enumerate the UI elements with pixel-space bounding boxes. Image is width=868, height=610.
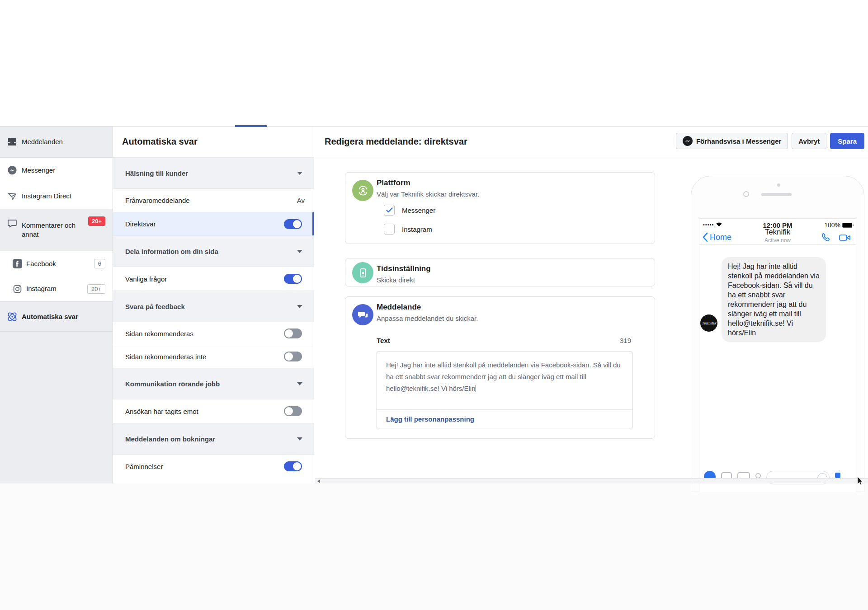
phone-screen: ••••• 12:00 PM 100% Home Teknifik Active…	[699, 218, 856, 492]
character-count: 319	[620, 337, 631, 344]
checkbox-unchecked-icon[interactable]	[384, 224, 395, 235]
row-sidan-rekommenderas-inte[interactable]: Sidan rekommenderas inte	[113, 345, 314, 368]
mouse-cursor	[857, 476, 864, 485]
add-personalization-link[interactable]: Lägg till personanpassning	[377, 410, 632, 428]
platform-card: Plattform Välj var Teknifik skickar dire…	[345, 172, 655, 244]
sidebar-item-label: Automatiska svar	[22, 312, 78, 321]
phone-front-camera	[743, 191, 749, 197]
count-badge: 20+	[87, 284, 105, 294]
sidebar-item-kommentarer[interactable]: Kommentarer och annat 20+	[0, 209, 113, 251]
checkbox-checked-icon[interactable]	[384, 205, 395, 216]
sidebar-item-automatiska-svar[interactable]: Automatiska svar	[0, 301, 113, 332]
sidebar-item-label: Instagram Direct	[22, 192, 71, 201]
chevron-down-icon	[297, 437, 302, 441]
row-kommunikation-jobb[interactable]: Kommunikation rörande jobb	[113, 368, 314, 399]
thumb-up-icon	[835, 473, 840, 478]
phone-call-icon	[820, 232, 830, 243]
page-title: Redigera meddelande: direktsvar	[325, 136, 467, 147]
sidebar-item-label: Instagram	[26, 284, 57, 293]
text-cursor	[476, 385, 476, 392]
panel-header: Automatiska svar	[113, 127, 314, 157]
chevron-down-icon	[297, 382, 302, 385]
row-direktsvar[interactable]: Direktsvar	[113, 212, 314, 235]
instagram-icon	[12, 284, 22, 294]
paminnelser-toggle[interactable]	[284, 461, 302, 471]
preview-in-messenger-button[interactable]: Förhandsvisa i Messenger	[676, 133, 788, 149]
vanliga-fragor-toggle[interactable]	[284, 274, 302, 284]
sidebar-item-instagram[interactable]: Instagram 20+	[0, 276, 113, 301]
sidan-rekommenderas-inte-toggle[interactable]	[284, 352, 302, 361]
browser-tab-indicator	[235, 125, 267, 127]
battery-icon	[842, 223, 852, 228]
row-sidan-rekommenderas[interactable]: Sidan rekommenderas	[113, 322, 314, 345]
row-vanliga-fragor[interactable]: Vanliga frågor	[113, 267, 314, 291]
page-bottom-background	[0, 483, 868, 610]
message-text-box: Hej! Jag har inte alltid stenkoll på med…	[377, 352, 632, 428]
card-subtitle: Välj var Teknifik skickar direktsvar.	[377, 190, 479, 198]
phone-speaker	[761, 193, 792, 196]
chat-bubbles-icon	[352, 304, 373, 325]
row-meddelanden-bokningar[interactable]: Meddelanden om bokningar	[113, 423, 314, 454]
sidebar-item-instagram-direct[interactable]: Instagram Direct	[0, 183, 113, 209]
sidebar-item-label: Meddelanden	[22, 137, 63, 146]
paper-plane-icon	[6, 190, 18, 202]
avatar: Teknifik	[700, 314, 717, 332]
sidebar-item-meddelanden[interactable]: Meddelanden	[0, 127, 113, 157]
automation-icon	[6, 311, 18, 323]
count-badge: 6	[94, 259, 105, 268]
row-halsning-till-kunder[interactable]: Hälsning till kunder	[113, 157, 314, 188]
chevron-down-icon	[297, 172, 302, 175]
sidebar-item-label: Messenger	[22, 166, 55, 175]
sidan-rekommenderas-toggle[interactable]	[284, 328, 302, 338]
platform-person-icon	[352, 180, 373, 201]
sidebar-item-label: Kommentarer och annat	[22, 221, 90, 239]
timing-card: Tidsinställning Skicka direkt	[345, 258, 655, 286]
card-title: Plattform	[377, 178, 410, 188]
facebook-icon	[12, 259, 22, 269]
unread-count-badge: 20+	[88, 216, 105, 226]
platform-option-messenger[interactable]: Messenger	[384, 205, 435, 216]
inbox-icon	[6, 136, 18, 148]
chevron-down-icon	[297, 250, 302, 253]
header-buttons: Förhandsvisa i Messenger Avbryt Spara	[676, 133, 864, 149]
chevron-down-icon	[297, 305, 302, 308]
ui-top-border	[0, 126, 868, 127]
row-franvaromeddelande[interactable]: Frånvaromeddelande Av	[113, 188, 314, 212]
sidebar-item-facebook[interactable]: Facebook 6	[0, 251, 113, 276]
automatic-responses-panel: Automatiska svar Hälsning till kunder Fr…	[113, 127, 314, 483]
phone-camera-dot	[777, 183, 780, 187]
sidebar-item-messenger[interactable]: Messenger	[0, 157, 113, 183]
sidebar-item-label: Facebook	[26, 259, 56, 268]
message-card: Meddelande Anpassa meddelandet du skicka…	[345, 296, 655, 439]
messenger-icon	[683, 136, 693, 146]
row-ansokan-tagits-emot[interactable]: Ansökan har tagits emot	[113, 399, 314, 423]
save-button[interactable]: Spara	[830, 133, 864, 149]
video-call-icon	[839, 232, 851, 243]
row-value: Av	[297, 197, 305, 204]
ansokan-toggle[interactable]	[284, 406, 302, 416]
row-dela-information[interactable]: Dela information om din sida	[113, 235, 314, 267]
scroll-left-arrow[interactable]	[317, 479, 320, 483]
cancel-button[interactable]: Avbryt	[792, 133, 826, 149]
row-paminnelser[interactable]: Påminnelser	[113, 454, 314, 478]
inbox-sidebar: Meddelanden Messenger Instagram Direct K…	[0, 127, 113, 483]
platform-option-instagram[interactable]: Instagram	[384, 224, 432, 235]
message-bubble: Hej! Jag har inte alltid stenkoll på med…	[722, 257, 826, 342]
direktsvar-toggle[interactable]	[284, 219, 302, 229]
panel-title: Automatiska svar	[122, 136, 198, 147]
card-subtitle: Anpassa meddelandet du skickar.	[377, 314, 478, 322]
editor-header: Redigera meddelande: direktsvar Förhands…	[315, 127, 868, 157]
phone-preview: ••••• 12:00 PM 100% Home Teknifik Active…	[691, 176, 864, 492]
comment-icon	[6, 217, 18, 229]
card-title: Tidsinställning	[377, 264, 431, 273]
text-field-label: Text	[377, 337, 390, 344]
message-textarea[interactable]: Hej! Jag har inte alltid stenkoll på med…	[377, 352, 632, 410]
timing-phone-icon	[352, 262, 373, 283]
conversation-header: Home Teknifik Active now	[699, 231, 856, 244]
messenger-icon	[6, 164, 18, 176]
card-title: Meddelande	[377, 303, 421, 312]
row-svara-pa-feedback[interactable]: Svara på feedback	[113, 291, 314, 322]
horizontal-scrollbar[interactable]	[315, 478, 868, 483]
app-screen: Meddelanden Messenger Instagram Direct K…	[0, 0, 868, 610]
header-divider	[699, 244, 856, 245]
